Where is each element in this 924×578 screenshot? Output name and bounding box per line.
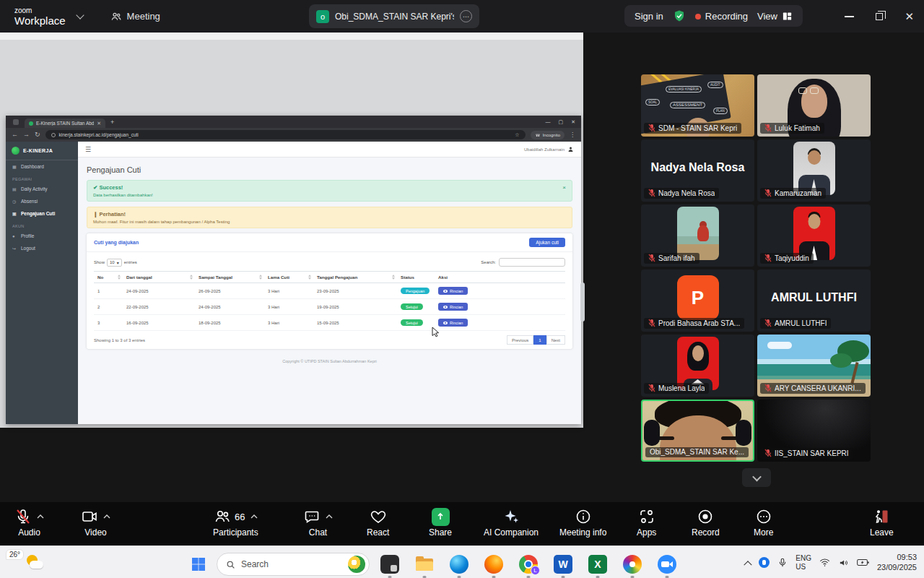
col-header-no[interactable]: No [94,272,123,283]
volume-icon[interactable] [838,558,849,568]
chat-button[interactable]: Chat [303,507,333,538]
share-button[interactable]: Share [429,507,452,538]
alert-close-icon[interactable]: × [562,184,566,191]
video-tile-nadya[interactable]: Nadya Nela Rosa Nadya Nela Rosa [641,139,754,202]
tab-shared-screen[interactable]: o Obi_SDMA_STAIN SAR Kepri's scr ⋯ [309,4,479,28]
browser-tab[interactable]: E-Kinerja STAIN Sultan Abdur... ✕ [25,118,105,128]
tab-options-icon[interactable]: ⋯ [460,10,472,22]
weather-widget[interactable]: 26° [6,549,44,572]
hamburger-icon[interactable]: ☰ [85,146,91,153]
col-header-lama[interactable]: Lama Cuti [264,272,313,283]
workspace-chevron-icon[interactable] [76,11,84,19]
site-info-icon[interactable] [51,133,56,137]
bookmark-star-icon[interactable]: ☆ [515,132,519,138]
more-button[interactable]: More [754,507,773,538]
rincian-button[interactable]: Rincian [438,303,468,311]
pagination-next[interactable]: Next [546,335,565,345]
voice-typing-icon[interactable] [777,558,788,568]
new-tab-button[interactable]: + [110,118,114,126]
audio-button[interactable]: Audio [14,507,44,538]
gallery-scroll-down-button[interactable] [742,468,771,487]
pagination-previous[interactable]: Previous [507,335,533,345]
participants-options-caret[interactable] [250,514,258,519]
taskbar-app-file-explorer[interactable] [410,550,439,578]
start-button[interactable] [186,552,211,577]
tab-close-icon[interactable]: ✕ [97,121,101,126]
forward-icon[interactable]: → [23,131,30,138]
video-tile-luluk[interactable]: Luluk Fatimah [757,74,871,137]
rincian-button[interactable]: Rincian [438,287,468,295]
sidebar-item-profile[interactable]: ●Profile [6,230,78,242]
leave-button[interactable]: Leave [870,507,894,538]
video-tile-sdm[interactable]: SOAL EVALUASI KINERJA AUDIT ASSESSMENT P… [641,74,754,137]
rincian-button[interactable]: Rincian [438,319,468,327]
battery-icon[interactable] [857,558,869,567]
video-tile-kamaruzaman[interactable]: Kamaruzaman [757,139,871,202]
app-brand[interactable]: E-KINERJA [6,142,78,160]
participants-button[interactable]: 66 Participants [213,507,258,538]
taskbar-app-photos[interactable] [618,550,647,578]
sidebar-item-logout[interactable]: ↪Logout [6,242,78,254]
record-button[interactable]: Record [692,507,720,538]
language-indicator[interactable]: ENG US [796,554,811,571]
taskbar-app-word[interactable]: W [549,550,578,578]
video-tile-obi-active-speaker[interactable]: Obi_SDMA_STAIN SAR Ke... [641,400,754,462]
video-button[interactable]: Video [81,507,110,538]
taskbar-app-chrome[interactable]: L [514,550,543,578]
sidebar-item-dashboard[interactable]: ▦Dashboard [6,160,78,173]
tray-security-icon[interactable] [759,557,770,568]
taskbar-search[interactable]: Search [217,553,370,576]
browser-menu-icon[interactable]: ⋮ [570,131,575,138]
col-header-status[interactable]: Status [397,272,435,283]
video-tile-iis[interactable]: IIS_STAIN SAR KEPRI [757,400,871,462]
sidebar-item-daily-activity[interactable]: ▤Daily Activity [6,183,78,195]
chat-options-caret[interactable] [326,514,333,519]
ajukan-cuti-button[interactable]: Ajukan cuti [529,238,565,247]
page-length-select[interactable]: 10▾ [107,259,122,267]
browser-close-button[interactable]: ✕ [571,119,575,125]
audio-options-caret[interactable] [37,514,44,519]
view-button[interactable]: View [757,11,793,22]
browser-minimize-button[interactable]: — [546,119,551,124]
taskbar-app-edge[interactable] [445,550,474,578]
taskbar-app-dark[interactable] [375,550,404,578]
col-header-aksi[interactable]: Aksi [435,272,565,283]
video-tile-muslena[interactable]: Muslena Layla [641,335,754,397]
meeting-info-button[interactable]: Meeting info [559,507,606,538]
camera-icon [81,508,98,525]
browser-maximize-button[interactable]: ▢ [559,119,564,125]
react-button[interactable]: React [367,507,389,538]
sidebar-item-absensi[interactable]: ◷Absensi [6,195,78,207]
search-input[interactable] [499,258,565,267]
hidden-icons-chevron[interactable] [744,561,752,569]
tab-meeting[interactable]: Meeting [110,11,160,22]
col-header-dari[interactable]: Dari tanggal [123,272,195,283]
pagination-page-1[interactable]: 1 [533,335,546,345]
ai-companion-button[interactable]: AI Companion [484,507,539,538]
sidebar-item-pengajuan-cuti[interactable]: ▣Pengajuan Cuti [6,207,78,220]
panel-resize-handle[interactable] [580,282,585,322]
video-options-caret[interactable] [103,514,110,519]
minimize-button[interactable] [845,16,854,17]
back-icon[interactable]: ← [12,131,18,138]
video-tile-amrul[interactable]: AMRUL LUTHFI AMRUL LUTHFI [757,269,871,332]
taskbar-app-firefox[interactable] [479,550,508,578]
video-tile-ary[interactable]: ARY CANSERA UKANRI... [757,335,871,397]
sign-in-button[interactable]: Sign in [635,11,663,22]
address-bar[interactable]: kinerja.stainkepri.ac.id/pengajuan_cuti … [45,130,526,139]
wifi-icon[interactable] [819,558,830,567]
video-tile-taqiyuddin[interactable]: Taqiyuddin [757,204,871,267]
taskbar-app-excel[interactable]: X [583,550,612,578]
taskbar-clock[interactable]: 09:53 23/09/2025 [877,553,917,573]
navbar-user[interactable]: Ubaidillah Zulkarnain [524,146,574,152]
video-tile-sarifah[interactable]: Sarifah ifah [641,204,754,267]
video-tile-prodi[interactable]: P Prodi Bahasa Arab STA... [641,269,754,332]
security-shield-icon[interactable] [673,9,686,22]
col-header-tanggal-pengajuan[interactable]: Tanggal Pengajuan [313,272,397,283]
apps-button[interactable]: Apps [637,507,656,538]
close-button[interactable]: ✕ [905,11,914,22]
col-header-sampai[interactable]: Sampai Tanggal [195,272,264,283]
taskbar-app-zoom[interactable] [653,550,681,578]
restore-button[interactable] [876,13,883,20]
reload-icon[interactable]: ↻ [35,131,40,138]
